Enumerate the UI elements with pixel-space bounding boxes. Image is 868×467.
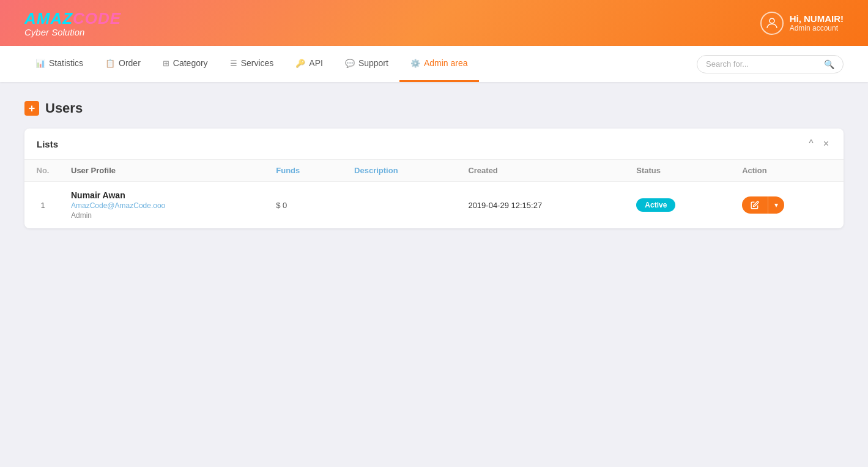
row-created: 2019-04-29 12:15:27	[458, 182, 626, 229]
navigation: 📊 Statistics 📋 Order ⊞ Category ☰ Servic…	[0, 46, 868, 82]
nav-item-statistics[interactable]: 📊 Statistics	[24, 46, 94, 82]
row-no: 1	[24, 182, 61, 229]
col-header-user-profile: User Profile	[61, 160, 266, 182]
users-card: Lists ^ × No. User Profile Funds Descrip…	[24, 129, 844, 228]
card-actions: ^ ×	[806, 137, 831, 151]
nav-label-api: API	[309, 58, 323, 68]
order-icon: 📋	[105, 59, 115, 68]
page-title-row: + Users	[24, 100, 844, 116]
nav-links: 📊 Statistics 📋 Order ⊞ Category ☰ Servic…	[24, 46, 479, 82]
col-header-status: Status	[626, 160, 732, 182]
table-header: No. User Profile Funds Description Creat…	[24, 160, 844, 182]
api-icon: 🔑	[295, 59, 305, 68]
search-box[interactable]: 🔍	[697, 55, 844, 73]
col-header-created: Created	[458, 160, 626, 182]
nav-label-admin-area: Admin area	[424, 58, 468, 68]
card-title: Lists	[37, 139, 58, 149]
nav-item-category[interactable]: ⊞ Category	[152, 46, 219, 82]
logo-text: AMAZCODE	[24, 9, 121, 28]
nav-label-category: Category	[173, 58, 208, 68]
header: AMAZCODE Cyber Solution Hi, NUMAIR! Admi…	[0, 0, 868, 46]
logo-code: CODE	[73, 9, 121, 28]
support-icon: 💬	[345, 59, 355, 68]
collapse-button[interactable]: ^	[806, 137, 816, 151]
main-content: + Users Lists ^ × No. User Profile Funds…	[0, 82, 868, 247]
col-header-funds: Funds	[266, 160, 344, 182]
category-icon: ⊞	[163, 59, 169, 68]
table-body: 1 Numair Awan AmazCode@AmazCode.ooo Admi…	[24, 182, 844, 229]
nav-label-services: Services	[241, 58, 274, 68]
user-role: Admin account	[790, 24, 844, 32]
edit-button[interactable]	[742, 196, 768, 214]
add-user-button[interactable]: +	[24, 101, 39, 116]
logo-amaz: AMAZ	[24, 9, 73, 28]
status-badge: Active	[636, 198, 675, 212]
row-description	[344, 182, 458, 229]
row-user-profile: Numair Awan AmazCode@AmazCode.ooo Admin	[61, 182, 266, 229]
row-status: Active	[626, 182, 732, 229]
statistics-icon: 📊	[35, 59, 45, 68]
user-greeting: Hi, NUMAIR!	[790, 13, 844, 24]
card-header: Lists ^ ×	[24, 129, 844, 160]
nav-item-admin-area[interactable]: ⚙️ Admin area	[399, 46, 479, 82]
svg-point-0	[770, 18, 774, 23]
row-funds: $ 0	[266, 182, 344, 229]
user-email: AmazCode@AmazCode.ooo	[71, 201, 256, 210]
user-info: Hi, NUMAIR! Admin account	[790, 13, 844, 32]
nav-label-statistics: Statistics	[49, 58, 83, 68]
users-table: No. User Profile Funds Description Creat…	[24, 160, 844, 228]
logo-subtitle: Cyber Solution	[24, 27, 121, 37]
logo: AMAZCODE Cyber Solution	[24, 9, 121, 37]
nav-item-api[interactable]: 🔑 API	[284, 46, 334, 82]
action-group: ▾	[742, 196, 834, 214]
nav-label-order: Order	[119, 58, 141, 68]
nav-label-support: Support	[358, 58, 388, 68]
col-header-no: No.	[24, 160, 61, 182]
services-icon: ☰	[230, 59, 237, 68]
action-dropdown-button[interactable]: ▾	[768, 196, 784, 214]
user-area: Hi, NUMAIR! Admin account	[760, 12, 844, 35]
close-button[interactable]: ×	[821, 137, 831, 151]
row-action: ▾	[732, 182, 844, 229]
nav-item-order[interactable]: 📋 Order	[94, 46, 152, 82]
nav-item-services[interactable]: ☰ Services	[219, 46, 285, 82]
col-header-description: Description	[344, 160, 458, 182]
search-icon: 🔍	[824, 59, 834, 69]
col-header-action: Action	[732, 160, 844, 182]
user-avatar-icon[interactable]	[760, 12, 784, 35]
nav-item-support[interactable]: 💬 Support	[334, 46, 399, 82]
search-input[interactable]	[706, 59, 819, 69]
table-row: 1 Numair Awan AmazCode@AmazCode.ooo Admi…	[24, 182, 844, 229]
page-title: Users	[45, 100, 83, 116]
user-role-label: Admin	[71, 211, 256, 220]
admin-icon: ⚙️	[410, 59, 420, 68]
user-name: Numair Awan	[71, 190, 256, 200]
